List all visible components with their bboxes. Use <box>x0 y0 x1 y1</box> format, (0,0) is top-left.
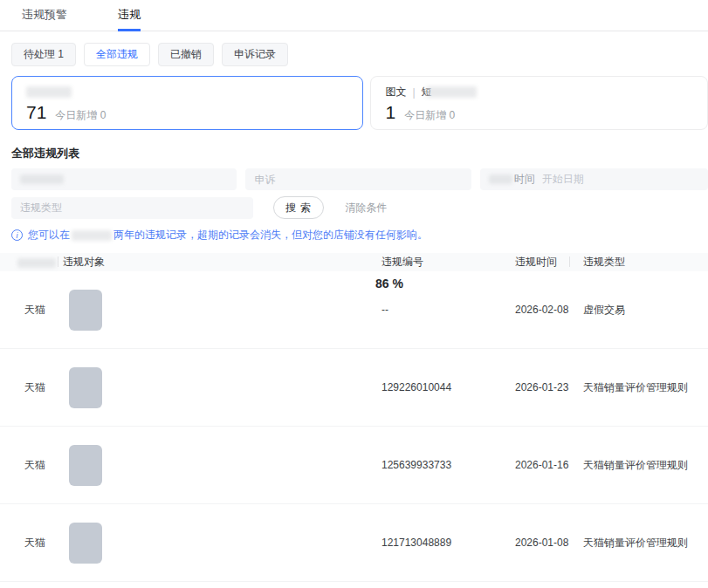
today-new-count: 今日新增 0 <box>404 108 455 123</box>
cell-violation-type: 天猫销量评价管理规则 <box>583 536 708 550</box>
redacted-text <box>489 174 512 184</box>
summary-cards: 71 今日新增 0 图文 | 短 1 今日新增 0 <box>11 76 708 130</box>
cell-violation-object <box>63 367 381 408</box>
product-thumbnail[interactable] <box>69 290 102 331</box>
card-title: 图文 | 短 <box>385 85 693 99</box>
cell-violation-object <box>63 445 381 486</box>
cell-violation-number: 125639933733 <box>381 459 515 471</box>
table-row[interactable]: 天猫 129226010044 2026-01-23 天猫销量评价管理规则 <box>0 349 708 427</box>
cell-platform: 天猫 <box>17 303 63 318</box>
table-header: 违规对象 违规编号 违规时间 违规类型 <box>0 253 708 271</box>
cell-platform: 天猫 <box>17 458 63 473</box>
cell-violation-number: 121713048889 <box>381 537 515 549</box>
header-violation-number: 违规编号 <box>381 255 515 270</box>
redacted-text <box>72 230 112 241</box>
cell-violation-object <box>63 523 381 564</box>
card-stats: 71 今日新增 0 <box>26 102 348 123</box>
card-stats: 1 今日新增 0 <box>385 102 693 123</box>
filter-bar: 时间 开始日期 搜 索 清除条件 <box>11 168 708 219</box>
product-thumbnail[interactable] <box>69 445 102 486</box>
sub-tabs: 待处理 1 全部违规 已撤销 申诉记录 <box>11 43 708 66</box>
filter-input-redacted[interactable] <box>11 168 237 190</box>
card-all-violations[interactable]: 71 今日新增 0 <box>11 76 363 130</box>
cell-platform: 天猫 <box>17 380 63 395</box>
overlay-percent-text: 86 % <box>375 277 403 291</box>
redacted-text <box>20 174 64 184</box>
product-thumbnail[interactable] <box>69 367 102 408</box>
violation-time-date-picker[interactable]: 时间 开始日期 <box>480 168 708 190</box>
today-new-count: 今日新增 0 <box>55 108 106 123</box>
cell-violation-type: 天猫销量评价管理规则 <box>583 458 708 473</box>
header-violation-type: 违规类型 <box>583 255 708 270</box>
violation-count: 71 <box>26 102 46 123</box>
card-image-text-violations[interactable]: 图文 | 短 1 今日新增 0 <box>370 76 708 130</box>
tab-violation[interactable]: 违规 <box>118 0 141 31</box>
subtab-appeal-records[interactable]: 申诉记录 <box>222 43 288 66</box>
info-icon: i <box>11 229 23 241</box>
cell-platform: 天猫 <box>17 536 63 550</box>
redacted-text <box>26 86 72 98</box>
redacted-text <box>426 86 477 98</box>
record-retention-notice: i 您可以在两年的违规记录，超期的记录会消失，但对您的店铺没有任何影响。 <box>11 228 708 243</box>
table-row[interactable]: 天猫 125639933733 2026-01-16 天猫销量评价管理规则 <box>0 427 708 504</box>
search-button[interactable]: 搜 索 <box>273 196 324 219</box>
table-row[interactable]: 86 % 天猫 -- 2026-02-08 虚假交易 <box>0 271 708 349</box>
redacted-text <box>17 258 56 268</box>
cell-violation-object <box>63 290 381 331</box>
header-platform-redacted <box>17 256 63 269</box>
cell-violation-time: 2026-02-08 <box>515 304 583 316</box>
section-title: 全部违规列表 <box>11 146 708 161</box>
clear-filters-link[interactable]: 清除条件 <box>345 201 387 215</box>
cell-violation-number: -- <box>381 304 515 316</box>
top-tabs: 违规预警 违规 <box>0 0 708 31</box>
card-title-redacted <box>26 85 348 99</box>
title-divider: | <box>412 86 415 99</box>
cell-violation-time: 2026-01-08 <box>515 537 583 549</box>
cell-violation-time: 2026-01-23 <box>515 381 583 393</box>
header-violation-time: 违规时间 <box>515 255 583 270</box>
cell-violation-type: 天猫销量评价管理规则 <box>583 380 708 395</box>
header-divider <box>58 256 58 267</box>
header-divider <box>569 256 570 267</box>
violations-table: 违规对象 违规编号 违规时间 违规类型 86 % 天猫 -- 2026-02-0… <box>0 253 708 582</box>
notice-text: 您可以在两年的违规记录，超期的记录会消失，但对您的店铺没有任何影响。 <box>28 228 428 243</box>
card-title-prefix: 图文 <box>385 85 406 99</box>
tab-violation-warning[interactable]: 违规预警 <box>22 0 67 31</box>
subtab-all-violations[interactable]: 全部违规 <box>84 43 150 66</box>
violation-type-input[interactable] <box>11 197 253 219</box>
start-date-placeholder: 开始日期 <box>542 172 584 187</box>
cell-violation-time: 2026-01-16 <box>515 459 583 471</box>
cell-violation-type: 虚假交易 <box>583 303 708 318</box>
subtab-revoked[interactable]: 已撤销 <box>158 43 214 66</box>
time-label: 时间 <box>489 172 535 187</box>
header-violation-object: 违规对象 <box>63 255 381 270</box>
subtab-pending[interactable]: 待处理 1 <box>11 43 76 66</box>
appeal-filter-input[interactable] <box>245 168 471 190</box>
cell-violation-number: 129226010044 <box>381 381 515 393</box>
violation-count: 1 <box>385 102 395 123</box>
product-thumbnail[interactable] <box>69 523 102 564</box>
table-row[interactable]: 天猫 121713048889 2026-01-08 天猫销量评价管理规则 <box>0 504 708 582</box>
